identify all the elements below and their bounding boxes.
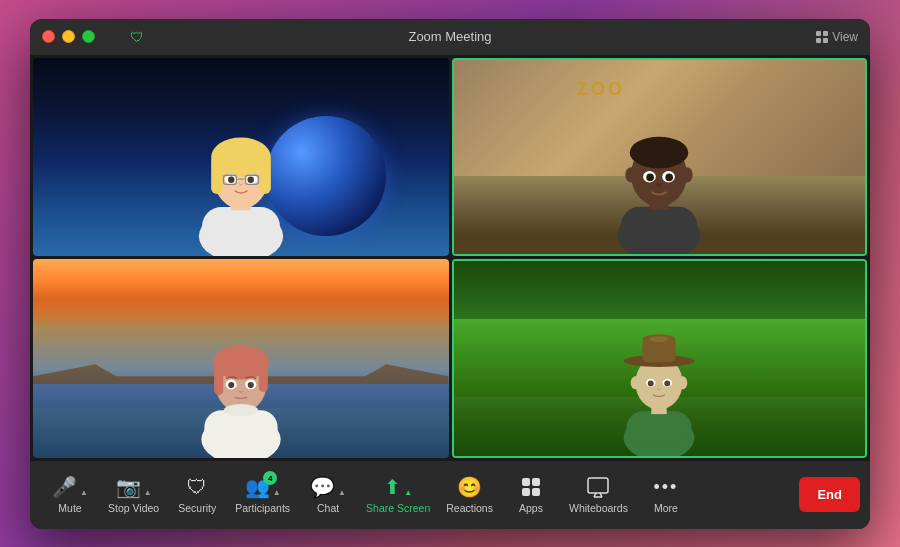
stop-video-button[interactable]: 📷 ▲ Stop Video <box>100 469 167 520</box>
svg-point-21 <box>647 173 655 181</box>
participants-button[interactable]: 👥 ▲ 4 Participants <box>227 469 298 520</box>
participant-cell-1 <box>33 58 449 257</box>
svg-point-37 <box>224 404 258 416</box>
video-icon: 📷 <box>116 475 141 499</box>
minimize-button[interactable] <box>62 30 75 43</box>
share-screen-label: Share Screen <box>366 502 430 514</box>
security-status-icon: 🛡 <box>130 29 144 45</box>
svg-point-23 <box>626 167 637 182</box>
participants-chevron: ▲ <box>273 488 281 497</box>
cell-3-background <box>33 259 449 458</box>
mute-label: Mute <box>58 502 81 514</box>
apps-icon-row <box>520 475 542 499</box>
reactions-label: Reactions <box>446 502 493 514</box>
more-icon-row: ••• <box>653 475 678 499</box>
emoji-icon: 😊 <box>457 475 482 499</box>
chat-chevron: ▲ <box>338 488 346 497</box>
svg-rect-39 <box>627 411 692 443</box>
mute-button[interactable]: 🎤 ▲ Mute <box>40 469 100 520</box>
cell-1-background <box>33 58 449 257</box>
titlebar: 🛡 Zoom Meeting View <box>30 19 870 55</box>
svg-point-36 <box>247 382 253 388</box>
svg-rect-54 <box>522 488 530 496</box>
security-button[interactable]: 🛡 Security <box>167 469 227 520</box>
avatar-3-svg <box>112 299 370 458</box>
toolbar: 🎤 ▲ Mute 📷 ▲ Stop Video 🛡 Security <box>30 461 870 529</box>
chat-button[interactable]: 💬 ▲ Chat <box>298 469 358 520</box>
svg-point-45 <box>650 336 669 342</box>
share-screen-icon: ⬆ <box>384 475 401 499</box>
security-icon-row: 🛡 <box>187 475 207 499</box>
svg-point-35 <box>228 382 234 388</box>
view-label: View <box>832 30 858 44</box>
stop-video-label: Stop Video <box>108 502 159 514</box>
share-icon-row: ⬆ ▲ <box>384 475 412 499</box>
reactions-button[interactable]: 😊 Reactions <box>438 469 501 520</box>
more-button[interactable]: ••• More <box>636 469 696 520</box>
svg-point-22 <box>666 173 674 181</box>
svg-rect-55 <box>532 488 540 496</box>
zoom-window: 🛡 Zoom Meeting View <box>30 19 870 529</box>
svg-rect-53 <box>532 478 540 486</box>
whiteboards-button[interactable]: Whiteboards <box>561 469 636 520</box>
share-screen-button[interactable]: ⬆ ▲ Share Screen <box>358 469 438 520</box>
close-button[interactable] <box>42 30 55 43</box>
svg-rect-52 <box>522 478 530 486</box>
more-label: More <box>654 502 678 514</box>
participant-cell-3 <box>33 259 449 458</box>
svg-point-24 <box>682 167 693 182</box>
whiteboard-icon <box>587 476 609 498</box>
svg-point-49 <box>665 380 671 386</box>
toolbar-items: 🎤 ▲ Mute 📷 ▲ Stop Video 🛡 Security <box>40 469 791 520</box>
end-button[interactable]: End <box>799 477 860 512</box>
shield-icon: 🛡 <box>187 476 207 499</box>
participants-badge: 4 <box>263 471 277 485</box>
svg-point-18 <box>630 136 688 168</box>
view-button[interactable]: View <box>816 30 858 44</box>
grid-icon <box>816 31 828 43</box>
svg-point-51 <box>678 376 687 389</box>
svg-rect-6 <box>259 155 271 194</box>
mute-icon-row: 🎤 ▲ <box>52 475 88 499</box>
svg-rect-15 <box>621 206 697 244</box>
share-chevron: ▲ <box>404 488 412 497</box>
chat-icon-row: 💬 ▲ <box>310 475 346 499</box>
whiteboards-icon-row <box>587 475 609 499</box>
svg-rect-1 <box>202 207 280 246</box>
apps-label: Apps <box>519 502 543 514</box>
video-icon-row: 📷 ▲ <box>116 475 152 499</box>
svg-point-10 <box>247 177 253 183</box>
participants-label: Participants <box>235 502 290 514</box>
svg-rect-56 <box>588 478 608 493</box>
chat-icon: 💬 <box>310 475 335 499</box>
maximize-button[interactable] <box>82 30 95 43</box>
avatar-4-svg <box>540 296 779 455</box>
svg-point-50 <box>631 376 640 389</box>
participant-cell-2: ZOO <box>452 58 868 257</box>
participant-cell-4 <box>452 259 868 458</box>
svg-point-48 <box>648 380 654 386</box>
svg-point-32 <box>219 356 263 378</box>
avatar-2-svg <box>536 89 783 254</box>
video-grid: ZOO <box>30 55 870 461</box>
apps-grid-icon <box>520 476 542 498</box>
apps-button[interactable]: Apps <box>501 469 561 520</box>
svg-rect-5 <box>211 155 223 194</box>
reactions-icon-row: 😊 <box>457 475 482 499</box>
video-chevron: ▲ <box>144 488 152 497</box>
whiteboards-label: Whiteboards <box>569 502 628 514</box>
more-dots-icon: ••• <box>653 475 678 499</box>
window-title: Zoom Meeting <box>408 29 491 44</box>
security-label: Security <box>178 502 216 514</box>
cell-4-background <box>454 261 866 456</box>
cell-2-background: ZOO <box>454 60 866 255</box>
svg-point-9 <box>228 177 234 183</box>
traffic-lights <box>42 30 95 43</box>
avatar-1-svg <box>106 87 376 256</box>
mute-chevron: ▲ <box>80 488 88 497</box>
chat-label: Chat <box>317 502 339 514</box>
mic-icon: 🎤 <box>52 475 77 499</box>
